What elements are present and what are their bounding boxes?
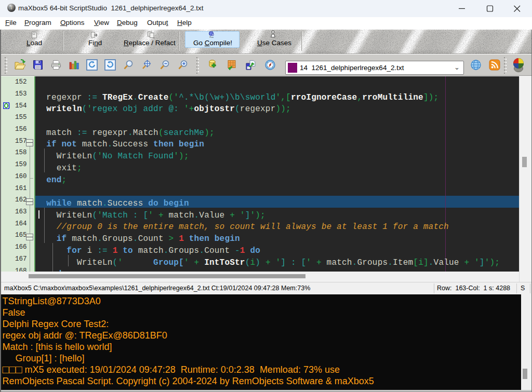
svg-text:Pvx: Pvx [210,36,214,38]
